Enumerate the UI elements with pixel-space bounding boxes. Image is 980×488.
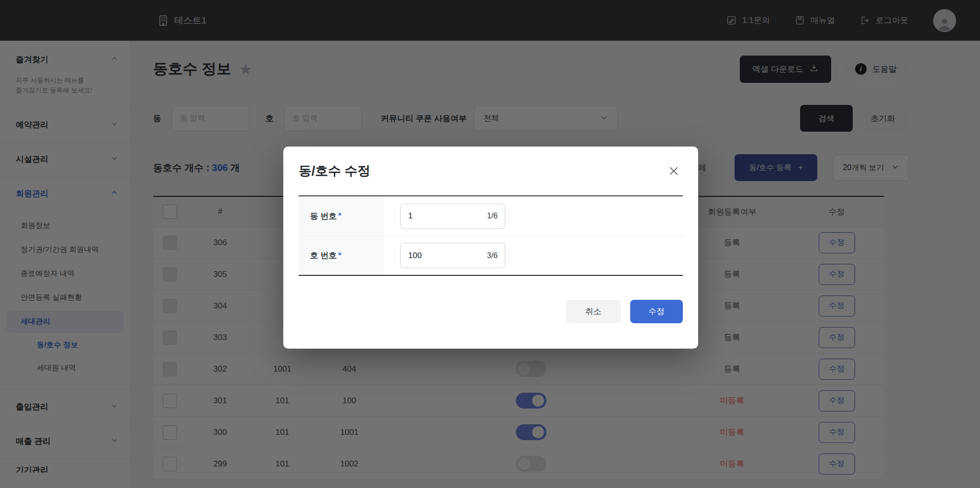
cancel-button[interactable]: 취소: [566, 300, 621, 323]
dong-number-row: 동 번호* 1/6: [299, 196, 683, 236]
ho-char-counter: 3/6: [487, 251, 498, 260]
required-mark: *: [338, 211, 342, 221]
modal-title: 동/호수 수정: [299, 162, 370, 180]
submit-edit-button[interactable]: 수정: [630, 300, 683, 323]
dong-number-label: 동 번호*: [299, 196, 384, 236]
required-mark: *: [338, 251, 342, 261]
close-icon[interactable]: [667, 164, 681, 178]
dong-char-counter: 1/6: [487, 212, 498, 220]
ho-number-label: 호 번호*: [299, 236, 384, 275]
app-root: 테스트1 1:1문의 매뉴얼: [0, 0, 980, 488]
modal-form: 동 번호* 1/6 호 번호* 3/6: [299, 195, 683, 276]
edit-dong-ho-modal: 동/호수 수정 동 번호* 1/6 호 번호*: [283, 147, 698, 349]
ho-number-row: 호 번호* 3/6: [299, 236, 683, 275]
